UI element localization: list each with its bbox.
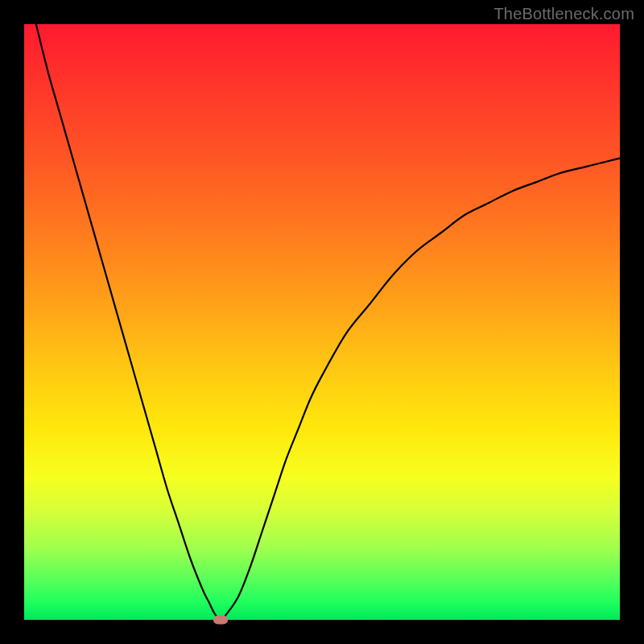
chart-frame: TheBottleneck.com — [0, 0, 644, 644]
watermark-text: TheBottleneck.com — [493, 5, 634, 23]
plot-area — [24, 24, 620, 620]
